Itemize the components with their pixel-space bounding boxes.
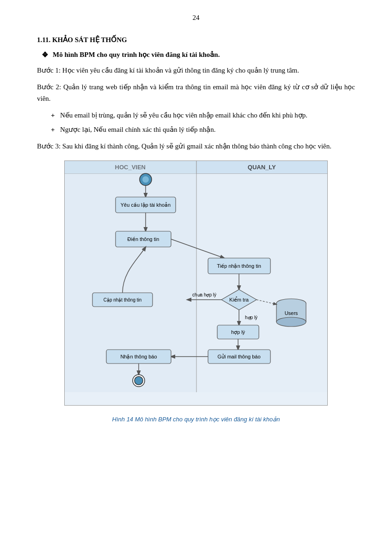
page-number: 24 bbox=[37, 14, 355, 22]
diagram-body: Yêu cầu lập tài khoản Điền thông tin Tiế… bbox=[65, 174, 327, 405]
bpm-diagram-svg: Yêu cầu lập tài khoản Điền thông tin Tiế… bbox=[65, 161, 328, 392]
svg-text:Cập nhật thông tin: Cập nhật thông tin bbox=[104, 297, 142, 302]
svg-text:hợp lý: hợp lý bbox=[231, 329, 245, 335]
svg-point-4 bbox=[142, 176, 149, 183]
list-item: + Nếu email bị trùng, quản lý sẽ yêu cầu… bbox=[51, 110, 355, 122]
svg-text:Nhận thông báo: Nhận thông báo bbox=[120, 354, 157, 360]
svg-text:Điền thông tin: Điền thông tin bbox=[128, 236, 159, 242]
section-title: 1.11. KHẢO SÁT HỆ THỐNG bbox=[37, 36, 355, 44]
plus-bullet-2: + bbox=[51, 124, 56, 136]
paragraph-2: Bước 2: Quản lý trang web tiếp nhận và k… bbox=[37, 81, 355, 105]
svg-point-41 bbox=[136, 378, 141, 383]
svg-text:Kiểm tra: Kiểm tra bbox=[229, 296, 249, 302]
svg-text:chưa hợp lý: chưa hợp lý bbox=[192, 292, 216, 297]
svg-text:Tiếp nhận thông tin: Tiếp nhận thông tin bbox=[217, 263, 261, 269]
svg-text:Users: Users bbox=[285, 310, 298, 316]
list-item: + Ngược lại, Nếu email chính xác thì quả… bbox=[51, 124, 355, 136]
diamond-bullet-icon: ❖ bbox=[42, 50, 48, 59]
subsection-title: ❖ Mô hình BPM cho quy trình học viên đăn… bbox=[42, 50, 355, 59]
svg-text:Gửi mail thông báo: Gửi mail thông báo bbox=[217, 354, 260, 359]
paragraph-1: Bước 1: Học viên yêu cầu đăng kí tài kho… bbox=[37, 65, 355, 77]
svg-text:hợp lý: hợp lý bbox=[245, 315, 257, 320]
step-list: + Nếu email bị trùng, quản lý sẽ yêu cầu… bbox=[51, 110, 355, 136]
plus-bullet-1: + bbox=[51, 110, 56, 122]
diagram-caption: Hình 14 Mô hình BPM cho quy trình học vi… bbox=[37, 414, 355, 425]
diagram-container: HOC_VIEN QUAN_LY Yêu cầu lập tài khoản bbox=[64, 160, 328, 406]
svg-text:Yêu cầu lập tài khoản: Yêu cầu lập tài khoản bbox=[121, 202, 171, 208]
svg-point-29 bbox=[276, 317, 306, 327]
paragraph-3: Bước 3: Sau khi đăng kí thành công, Quản… bbox=[37, 141, 355, 153]
